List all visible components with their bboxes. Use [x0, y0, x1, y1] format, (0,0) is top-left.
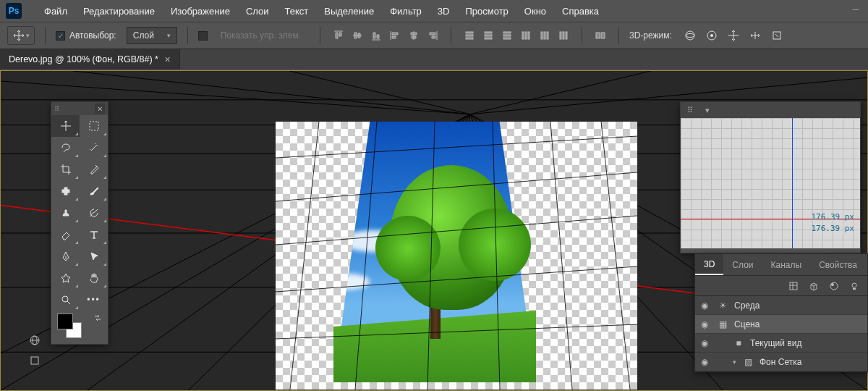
menu-image[interactable]: Изображение: [163, 1, 238, 21]
magic-wand-tool[interactable]: [80, 137, 108, 159]
foreground-swatch[interactable]: [57, 314, 73, 329]
filter-material-icon[interactable]: [828, 280, 840, 292]
path-select-tool[interactable]: [80, 245, 108, 267]
distribute-bottom-icon[interactable]: [499, 28, 515, 43]
tab-layers[interactable]: Слои: [723, 254, 762, 275]
layer-background-mesh[interactable]: ◉ ▾ ▨ Фон Сетка: [695, 353, 867, 371]
menu-help[interactable]: Справка: [554, 1, 607, 21]
filter-scene-icon[interactable]: [788, 280, 799, 292]
distribute-top-icon[interactable]: [461, 28, 477, 43]
menu-layer[interactable]: Слои: [238, 1, 277, 21]
document-tab[interactable]: Derevo.jpg @ 100% (Фон, RGB/8#) * ✕: [0, 49, 180, 70]
layer-current-view[interactable]: ◉ ■ Текущий вид: [695, 334, 867, 353]
svg-rect-66: [790, 282, 797, 290]
layer-dropdown[interactable]: Слой ▾: [127, 27, 177, 44]
pen-tool[interactable]: [51, 245, 80, 267]
coordinate-readout: 176.39 px: [811, 224, 854, 233]
transform-controls-checkbox[interactable]: ✓ Показать упр. элем.: [198, 28, 310, 43]
coordinate-readout: 176.39 px: [811, 212, 854, 222]
clone-stamp-tool[interactable]: [51, 202, 80, 224]
separator: [45, 27, 46, 44]
svg-point-69: [852, 283, 856, 287]
scale-3d-icon[interactable]: [769, 28, 785, 43]
close-icon[interactable]: ✕: [164, 55, 171, 64]
chevron-down-icon[interactable]: ▾: [733, 358, 736, 366]
menu-view[interactable]: Просмотр: [457, 1, 516, 21]
auto-align-icon[interactable]: [592, 28, 608, 43]
align-right-icon[interactable]: [425, 28, 441, 43]
options-bar: ▾ ✓ Автовыбор: Слой ▾ ✓ Показать упр. эл…: [0, 22, 868, 49]
orbit-3d-icon[interactable]: [682, 28, 698, 43]
roll-3d-icon[interactable]: [704, 28, 720, 43]
filter-light-icon[interactable]: [848, 280, 860, 292]
filter-icons: [695, 276, 867, 296]
hand-tool[interactable]: [80, 267, 108, 289]
distribute-left-icon[interactable]: [518, 28, 534, 43]
panel-menu-icon[interactable]: ▾: [702, 105, 712, 115]
mode-3d-buttons: [682, 28, 785, 43]
align-vcenter-icon[interactable]: [349, 28, 365, 43]
tools-panel[interactable]: ⠿ ✕ •••: [51, 101, 109, 345]
layer-environment[interactable]: ◉ ☀ Среда: [695, 296, 867, 315]
visibility-icon[interactable]: ◉: [701, 300, 711, 311]
tab-3d[interactable]: 3D: [695, 254, 723, 275]
svg-rect-59: [90, 122, 98, 130]
menu-filter[interactable]: Фильтр: [382, 1, 430, 21]
layer-scene[interactable]: ◉ ▦ Сцена: [695, 315, 867, 334]
navigator-panel[interactable]: ⠿ ▾ 176.39 px 176.39 px: [680, 101, 861, 253]
filter-mesh-icon[interactable]: [808, 280, 820, 292]
document-image[interactable]: [333, 122, 536, 382]
brush-tool[interactable]: [80, 180, 108, 202]
slide-3d-icon[interactable]: [747, 28, 763, 43]
zoom-tool[interactable]: [51, 289, 80, 311]
align-bottom-icon[interactable]: [368, 28, 384, 43]
tab-properties[interactable]: Свойства: [810, 254, 866, 275]
type-tool[interactable]: [80, 224, 108, 245]
align-top-icon[interactable]: [331, 28, 346, 43]
pan-3d-icon[interactable]: [726, 28, 741, 43]
swap-colors-icon[interactable]: [93, 314, 102, 322]
globe-icon[interactable]: [27, 333, 42, 348]
edit-toolbar[interactable]: •••: [80, 289, 108, 311]
menu-edit[interactable]: Редактирование: [75, 1, 163, 21]
visibility-icon[interactable]: ◉: [701, 319, 711, 329]
panel-3d[interactable]: 3D Слои Каналы Свойства ◉ ☀ Среда ◉ ▦ Сц…: [694, 253, 868, 372]
eyedropper-tool[interactable]: [80, 159, 108, 180]
left-dock-strip: [27, 333, 42, 368]
shape-tool[interactable]: [51, 267, 80, 289]
svg-line-38: [470, 71, 651, 114]
distribute-hcenter-icon[interactable]: [537, 28, 553, 43]
distribute-vcenter-icon[interactable]: [480, 28, 496, 43]
align-left-icon[interactable]: [387, 28, 403, 43]
history-brush-tool[interactable]: [80, 202, 108, 224]
menu-select[interactable]: Выделение: [316, 1, 382, 21]
frame-icon[interactable]: [27, 353, 42, 368]
menu-3d[interactable]: 3D: [430, 1, 458, 21]
marquee-tool[interactable]: [80, 115, 108, 137]
svg-rect-3: [485, 32, 492, 33]
eraser-tool[interactable]: [51, 224, 80, 245]
crop-tool[interactable]: [51, 159, 80, 180]
spot-heal-tool[interactable]: [51, 180, 80, 202]
align-hcenter-icon[interactable]: [406, 28, 422, 43]
move-tool[interactable]: [51, 115, 80, 137]
visibility-icon[interactable]: ◉: [701, 338, 711, 348]
lasso-tool[interactable]: [51, 137, 80, 159]
panel-header[interactable]: ⠿ ▾: [681, 102, 860, 118]
tab-channels[interactable]: Каналы: [762, 254, 811, 275]
menu-type[interactable]: Текст: [277, 1, 317, 21]
color-swatches[interactable]: [51, 311, 108, 344]
svg-point-68: [831, 283, 834, 286]
autoselect-checkbox[interactable]: ✓ Автовыбор:: [56, 30, 116, 41]
checkbox-icon: ✓: [56, 31, 65, 41]
distribute-right-icon[interactable]: [556, 28, 571, 43]
minimize-icon[interactable]: ─: [851, 4, 861, 14]
menu-window[interactable]: Окно: [516, 1, 554, 21]
visibility-icon[interactable]: ◉: [701, 357, 711, 367]
menu-file[interactable]: Файл: [36, 1, 75, 21]
panel-header[interactable]: ⠿ ✕: [51, 102, 108, 115]
navigator-grid[interactable]: 176.39 px 176.39 px: [681, 118, 860, 248]
svg-rect-14: [547, 32, 548, 39]
close-icon[interactable]: ✕: [95, 104, 105, 114]
active-tool-indicator[interactable]: ▾: [7, 26, 35, 45]
